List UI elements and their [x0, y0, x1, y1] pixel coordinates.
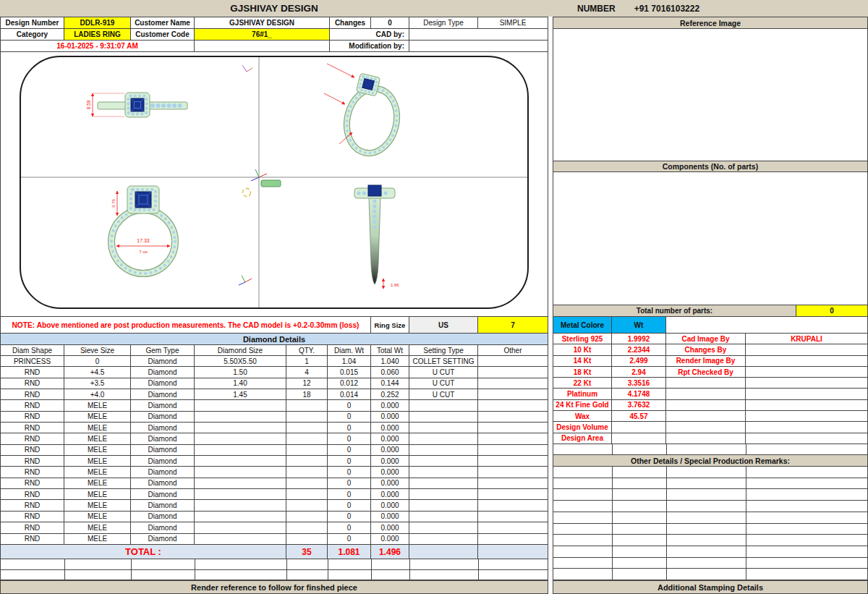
diam-wt-cell: 0	[328, 423, 371, 433]
signoff-label-cell: Changes By	[666, 344, 746, 355]
modification-by-value[interactable]	[409, 41, 548, 52]
total-wt-cell: 0.000	[371, 412, 409, 423]
total-label: TOTAL :	[1, 545, 286, 559]
signoff-value-cell	[746, 400, 868, 411]
signoff-label-cell: Cad Image By	[666, 334, 746, 344]
total-parts-label: Total number of parts:	[553, 305, 796, 317]
signoff-label-cell: Render Image By	[666, 356, 746, 367]
qty-cell: 12	[286, 378, 328, 389]
reference-image-box	[553, 29, 868, 161]
diamond-size-cell	[195, 522, 286, 533]
number-label: NUMBER	[577, 4, 616, 14]
qty-cell	[286, 467, 328, 478]
dim-ring-size: 7 us	[139, 250, 147, 254]
qty-cell	[286, 500, 328, 511]
sieve-size-cell: MELE	[64, 400, 131, 411]
diam-wt-cell: 0	[328, 412, 371, 423]
diamond-size-cell: 5.50X5.50	[195, 356, 286, 367]
diamond-shape-cell: RND	[1, 534, 64, 545]
qty-cell	[286, 433, 328, 444]
sieve-size-cell: MELE	[64, 412, 131, 423]
total-wt-cell: 0.144	[371, 378, 409, 389]
design-number-label: Design Number	[1, 17, 64, 29]
diamond-size-cell	[195, 433, 286, 444]
cad-by-value[interactable]	[409, 29, 548, 41]
ring-size-value[interactable]: 7	[478, 317, 548, 334]
gem-type-cell: Diamond	[131, 423, 195, 433]
sieve-size-cell: MELE	[64, 489, 131, 500]
setting-type-cell	[409, 456, 478, 467]
diamond-size-cell	[195, 512, 286, 522]
setting-type-cell	[409, 534, 478, 545]
total-parts-row: Total number of parts: 0	[553, 305, 868, 317]
customer-name-label: Customer Name	[131, 17, 195, 29]
customer-name-value: GJSHIVAY DESIGN	[195, 17, 330, 29]
metal-wt-cell: 4.1748	[612, 389, 666, 399]
qty-cell	[286, 445, 328, 456]
diamond-shape-cell: RND	[1, 389, 64, 400]
changes-value: 0	[371, 17, 409, 29]
setting-type-cell	[409, 445, 478, 456]
diamond-size-cell	[195, 489, 286, 500]
signoff-value-cell	[746, 367, 868, 378]
col-header-total-wt: Total Wt	[371, 345, 409, 356]
signoff-label-cell	[666, 400, 746, 411]
diamond-shape-cell: RND	[1, 489, 64, 500]
gem-type-cell: Diamond	[131, 500, 195, 511]
category-label: Category	[1, 29, 64, 41]
diam-wt-cell: 0	[328, 478, 371, 489]
sieve-size-cell: MELE	[64, 467, 131, 478]
other-cell	[478, 500, 548, 511]
diamond-size-cell	[195, 445, 286, 456]
sieve-size-cell: MELE	[64, 512, 131, 522]
total-wt-cell: 0.000	[371, 478, 409, 489]
metal-wt-cell: 2.2344	[612, 344, 666, 355]
diam-wt-cell: 0	[328, 522, 371, 533]
total-wt-cell: 0.000	[371, 445, 409, 456]
other-cell	[478, 367, 548, 378]
sieve-size-cell: MELE	[64, 445, 131, 456]
metal-header-row: Metal Colore Wt	[553, 317, 868, 334]
customer-code-value[interactable]: 76#1_	[195, 29, 330, 41]
qty-cell: 18	[286, 389, 328, 400]
metal-wt-cell: 1.9992	[612, 334, 666, 344]
setting-type-cell	[409, 522, 478, 533]
diamond-details-title: Diamond Details	[1, 334, 548, 345]
qty-cell	[286, 522, 328, 533]
qty-cell	[286, 478, 328, 489]
diam-wt-cell: 0	[328, 456, 371, 467]
dim-inner-diameter: 17.33	[137, 238, 150, 243]
qty-cell: 1	[286, 356, 328, 367]
sieve-size-cell: MELE	[64, 433, 131, 444]
setting-type-cell	[409, 478, 478, 489]
ring-size-region: US	[409, 317, 478, 334]
signoff-label-cell	[666, 389, 746, 399]
sieve-size-cell: MELE	[64, 534, 131, 545]
cad-by-label: CAD by:	[330, 29, 409, 41]
diamond-size-cell	[195, 534, 286, 545]
diam-wt-cell: 0.014	[328, 389, 371, 400]
total-wt-cell: 0.000	[371, 423, 409, 433]
other-cell	[478, 423, 548, 433]
diamond-shape-cell: RND	[1, 522, 64, 533]
diamond-shape-cell: RND	[1, 500, 64, 511]
total-wt: 1.496	[371, 545, 409, 559]
diam-wt-cell: 0	[328, 400, 371, 411]
signoff-value-cell	[746, 411, 868, 422]
category-value[interactable]: LADIES RING	[64, 29, 131, 41]
other-cell	[478, 534, 548, 545]
diamond-table: PRINCESS 0 Diamond 5.50X5.50 1 1.04 1.04…	[1, 356, 548, 545]
ring-size-label: Ring Size	[371, 317, 409, 334]
info-row-1: Design Number DDLR-919 Customer Name GJS…	[1, 17, 548, 29]
signoff-value-cell	[746, 389, 868, 399]
sieve-size-cell: MELE	[64, 456, 131, 467]
qty-cell	[286, 489, 328, 500]
design-type-value: SIMPLE	[478, 17, 548, 29]
total-parts-value[interactable]: 0	[796, 305, 868, 317]
design-number-value[interactable]: DDLR-919	[64, 17, 131, 29]
diamond-shape-cell: RND	[1, 478, 64, 489]
signoff-label-cell	[666, 422, 746, 433]
signoff-value-cell	[746, 378, 868, 389]
gem-type-cell: Diamond	[131, 356, 195, 367]
other-cell	[478, 389, 548, 400]
